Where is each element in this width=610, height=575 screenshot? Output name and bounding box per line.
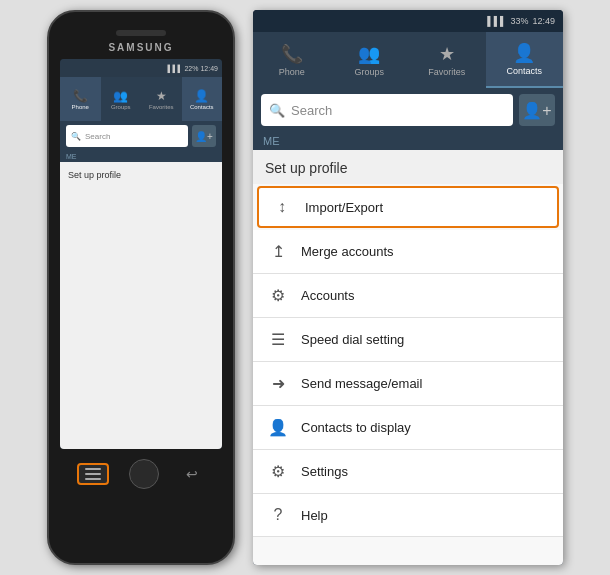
phone-tab-contacts-label: Contacts [190,104,214,110]
rp-tab-groups[interactable]: 👥 Groups [331,32,409,88]
menu-line-1 [85,468,101,470]
rp-tab-favorites-label: Favorites [428,67,465,77]
accounts-icon: ⚙ [267,286,289,305]
contacts-display-icon: 👤 [267,418,289,437]
rp-signal: ▌▌▌ [487,16,506,26]
rp-tab-favorites[interactable]: ★ Favorites [408,32,486,88]
menu-item-send-message-label: Send message/email [301,376,422,391]
phone-search-bar: 🔍 Search 👤+ [60,121,222,151]
menu-button[interactable] [77,463,109,485]
rp-add-contact-button[interactable]: 👤+ [519,94,555,126]
rp-time: 12:49 [532,16,555,26]
rp-search-input[interactable]: 🔍 Search [261,94,513,126]
rp-tab-phone[interactable]: 📞 Phone [253,32,331,88]
help-icon: ? [267,506,289,524]
phone-icon: 📞 [73,89,88,103]
rp-profile-section: Set up profile [253,150,563,184]
import-export-icon: ↕ [271,198,293,216]
phone-status-bar: ▌▌▌ 22% 12:49 [60,59,222,77]
menu-line-2 [85,473,101,475]
menu-item-contacts-display[interactable]: 👤 Contacts to display [253,406,563,450]
phone-me-label: ME [60,151,222,162]
rp-add-icon: 👤+ [522,101,551,120]
favorites-icon: ★ [156,89,167,103]
phone-tab-groups-label: Groups [111,104,131,110]
menu-item-help[interactable]: ? Help [253,494,563,537]
contacts-icon: 👤 [194,89,209,103]
rp-battery: 33% [510,16,528,26]
rp-contacts-icon: 👤 [513,42,535,64]
phone-search-placeholder: Search [85,132,110,141]
speed-dial-icon: ☰ [267,330,289,349]
phone-profile-label: Set up profile [68,170,214,180]
back-button[interactable]: ↩ [179,463,205,485]
menu-item-settings[interactable]: ⚙ Settings [253,450,563,494]
phone-device: SAMSUNG ▌▌▌ 22% 12:49 📞 Phone 👥 Groups ★… [47,10,235,565]
menu-item-import-export-label: Import/Export [305,200,383,215]
phone-tab-phone-label: Phone [72,104,89,110]
rp-search-icon: 🔍 [269,103,285,118]
merge-accounts-icon: ↥ [267,242,289,261]
add-contact-icon: 👤+ [195,131,213,142]
settings-icon: ⚙ [267,462,289,481]
menu-item-send-message[interactable]: ➜ Send message/email [253,362,563,406]
phone-tab-groups[interactable]: 👥 Groups [101,77,142,121]
rp-menu: ↕ Import/Export ↥ Merge accounts ⚙ Accou… [253,184,563,565]
menu-item-accounts-label: Accounts [301,288,354,303]
phone-content-area: Set up profile [60,162,222,449]
rp-tab-contacts-label: Contacts [506,66,542,76]
phone-tab-phone[interactable]: 📞 Phone [60,77,101,121]
menu-item-import-export[interactable]: ↕ Import/Export [257,186,559,228]
phone-tab-favorites-label: Favorites [149,104,174,110]
menu-item-speed-dial[interactable]: ☰ Speed dial setting [253,318,563,362]
phone-speaker [116,30,166,36]
home-button[interactable] [129,459,159,489]
rp-search-bar: 🔍 Search 👤+ [253,88,563,132]
phone-search-icon: 🔍 [71,132,81,141]
menu-item-settings-label: Settings [301,464,348,479]
menu-item-merge-accounts[interactable]: ↥ Merge accounts [253,230,563,274]
phone-tabs: 📞 Phone 👥 Groups ★ Favorites 👤 Contacts [60,77,222,121]
phone-brand: SAMSUNG [108,42,173,53]
phone-tab-favorites[interactable]: ★ Favorites [141,77,182,121]
rp-phone-icon: 📞 [281,43,303,65]
phone-signal: ▌▌▌ [168,65,183,72]
rp-status-bar: ▌▌▌ 33% 12:49 [253,10,563,32]
rp-tab-phone-label: Phone [279,67,305,77]
menu-item-merge-accounts-label: Merge accounts [301,244,394,259]
rp-me-label: ME [253,132,563,150]
menu-item-contacts-display-label: Contacts to display [301,420,411,435]
rp-favorites-icon: ★ [439,43,455,65]
menu-item-help-label: Help [301,508,328,523]
phone-time: 12:49 [200,65,218,72]
menu-item-accounts[interactable]: ⚙ Accounts [253,274,563,318]
right-panel: ▌▌▌ 33% 12:49 📞 Phone 👥 Groups ★ Favorit… [253,10,563,565]
phone-add-contact-button[interactable]: 👤+ [192,125,216,147]
rp-tab-contacts[interactable]: 👤 Contacts [486,32,564,88]
send-message-icon: ➜ [267,374,289,393]
menu-item-speed-dial-label: Speed dial setting [301,332,404,347]
phone-screen: ▌▌▌ 22% 12:49 📞 Phone 👥 Groups ★ Favorit… [60,59,222,449]
phone-battery: 22% [184,65,198,72]
menu-line-3 [85,478,101,480]
rp-search-placeholder: Search [291,103,332,118]
rp-tab-groups-label: Groups [354,67,384,77]
rp-tabs: 📞 Phone 👥 Groups ★ Favorites 👤 Contacts [253,32,563,88]
rp-groups-icon: 👥 [358,43,380,65]
groups-icon: 👥 [113,89,128,103]
phone-search-input[interactable]: 🔍 Search [66,125,188,147]
phone-tab-contacts[interactable]: 👤 Contacts [182,77,223,121]
back-icon: ↩ [186,466,198,482]
rp-profile-label: Set up profile [265,160,551,176]
phone-bottom-bar: ↩ [57,459,225,489]
